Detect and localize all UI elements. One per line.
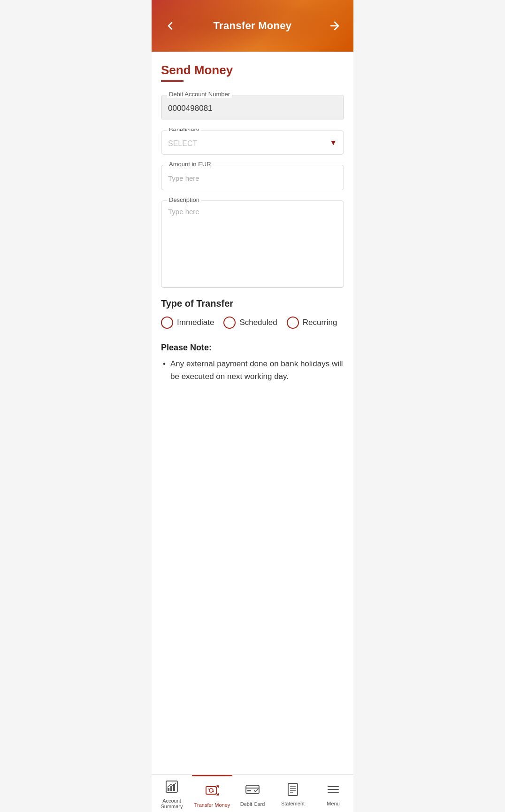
- nav-item-transfer-money[interactable]: Transfer Money: [192, 775, 232, 812]
- nav-label-account-summary: Account Summary: [153, 798, 190, 809]
- svg-point-8: [209, 789, 213, 792]
- amount-label: Amount in EUR: [167, 161, 213, 168]
- debit-account-field-group: Debit Account Number: [161, 95, 344, 120]
- forward-button[interactable]: [325, 16, 344, 35]
- nav-item-statement[interactable]: Statement: [273, 775, 313, 812]
- beneficiary-select-wrapper: SELECT ▼: [161, 131, 344, 154]
- note-text: Any external payment done on bank holida…: [161, 357, 344, 383]
- nav-label-menu: Menu: [327, 801, 340, 806]
- radio-label-scheduled: Scheduled: [239, 318, 277, 327]
- beneficiary-select[interactable]: SELECT: [161, 131, 344, 154]
- app-header: Transfer Money: [152, 0, 353, 52]
- svg-rect-11: [246, 785, 259, 794]
- transfer-type-section: Type of Transfer Immediate Scheduled Rec…: [161, 298, 344, 329]
- debit-account-label: Debit Account Number: [167, 91, 232, 98]
- radio-label-recurring: Recurring: [303, 318, 337, 327]
- section-title: Send Money: [161, 63, 344, 77]
- menu-icon: [326, 782, 340, 798]
- svg-rect-5: [170, 786, 172, 791]
- main-content: Send Money Debit Account Number Benefici…: [152, 52, 353, 812]
- radio-immediate[interactable]: Immediate: [161, 317, 214, 329]
- title-underline: [161, 80, 184, 82]
- transfer-type-title: Type of Transfer: [161, 298, 344, 309]
- statement-icon: [286, 782, 300, 798]
- svg-rect-14: [288, 783, 298, 796]
- bottom-navigation: Account Summary Transfer Money Deb: [152, 774, 353, 812]
- nav-item-menu[interactable]: Menu: [313, 775, 353, 812]
- beneficiary-field-group: Beneficiary SELECT ▼: [161, 131, 344, 155]
- nav-label-statement: Statement: [281, 801, 305, 806]
- debit-account-input[interactable]: [161, 95, 344, 120]
- note-section: Please Note: Any external payment done o…: [161, 343, 344, 383]
- svg-rect-7: [206, 787, 216, 794]
- debit-card-icon: [245, 782, 260, 799]
- radio-label-immediate: Immediate: [177, 318, 214, 327]
- radio-recurring[interactable]: Recurring: [287, 317, 337, 329]
- transfer-type-radio-group: Immediate Scheduled Recurring: [161, 317, 344, 329]
- radio-circle-scheduled: [223, 317, 236, 329]
- amount-input[interactable]: [161, 165, 344, 190]
- nav-label-debit-card: Debit Card: [240, 801, 265, 807]
- amount-field-group: Amount in EUR: [161, 165, 344, 190]
- nav-item-debit-card[interactable]: Debit Card: [232, 775, 273, 812]
- page-title: Transfer Money: [214, 20, 292, 32]
- description-label: Description: [167, 196, 201, 203]
- note-title: Please Note:: [161, 343, 344, 353]
- description-field-group: Description: [161, 201, 344, 288]
- nav-label-transfer-money: Transfer Money: [194, 802, 230, 808]
- svg-rect-4: [168, 788, 169, 791]
- account-summary-icon: [165, 780, 179, 796]
- back-button[interactable]: [161, 16, 180, 35]
- radio-circle-recurring: [287, 317, 299, 329]
- radio-circle-immediate: [161, 317, 173, 329]
- description-textarea[interactable]: [161, 201, 344, 286]
- transfer-money-icon: [205, 783, 220, 800]
- nav-item-account-summary[interactable]: Account Summary: [152, 775, 192, 812]
- radio-scheduled[interactable]: Scheduled: [223, 317, 277, 329]
- svg-rect-13: [247, 790, 251, 791]
